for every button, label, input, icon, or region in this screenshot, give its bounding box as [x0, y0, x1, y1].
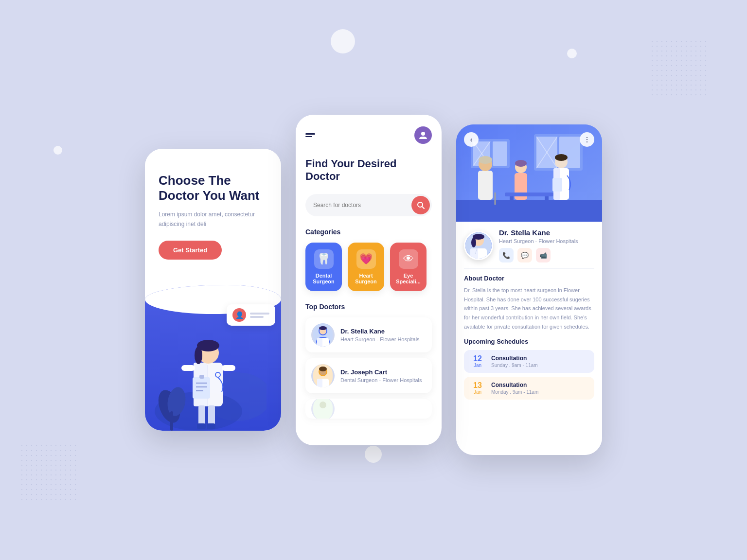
doctor-card-third[interactable]	[305, 399, 432, 419]
doctor-header-image: ‹ ⋮	[456, 124, 602, 222]
dental-label: DentalSurgeon	[311, 273, 336, 284]
categories-row: 🦷 DentalSurgeon 💗 HeartSurgeon 👁 EyeSpec…	[305, 243, 432, 291]
doctor-profile-row: Dr. Stella Kane Heart Surgeon - Flower H…	[464, 222, 594, 269]
svg-point-36	[319, 367, 327, 371]
schedule-time-1: Sunday . 9am - 11am	[491, 363, 538, 368]
svg-rect-67	[545, 196, 549, 206]
schedule-month-1: Jan	[470, 363, 485, 368]
schedule-item-2[interactable]: 13 Jan Consultation Monday . 9am - 11am	[464, 377, 594, 400]
top-doctors-label: Top Doctors	[305, 303, 432, 311]
circle-deco-4	[53, 146, 62, 155]
svg-point-55	[479, 156, 492, 164]
svg-point-40	[320, 402, 326, 408]
doctor-avatar-third	[311, 399, 335, 419]
svg-rect-65	[505, 192, 553, 196]
schedule-type-1: Consultation	[491, 355, 538, 362]
notification-lines	[250, 313, 269, 318]
svg-rect-45	[493, 141, 507, 166]
video-call-button[interactable]: 📹	[536, 248, 551, 262]
schedule-day-2: 13	[470, 382, 485, 389]
svg-rect-12	[222, 365, 235, 371]
category-dental[interactable]: 🦷 DentalSurgeon	[305, 243, 342, 291]
doctor-name-joseph: Dr. Joseph Cart	[340, 368, 422, 376]
svg-point-63	[555, 154, 568, 161]
phone-onboarding: Choose The Doctor You Want Lorem ipsum d…	[145, 149, 281, 431]
svg-rect-38	[317, 379, 322, 387]
doctor-avatar-joseph	[311, 364, 335, 387]
doctor-full-name: Dr. Stella Kane	[499, 228, 578, 237]
dots-decoration-tr	[650, 39, 708, 97]
hamburger-menu[interactable]	[305, 133, 315, 137]
onboarding-illustration: 👤	[145, 285, 281, 431]
dots-decoration-bl	[19, 443, 78, 502]
schedules-label: Upcoming Schedules	[464, 338, 594, 345]
svg-rect-73	[470, 248, 478, 260]
svg-rect-32	[317, 338, 322, 347]
doctor-name-section: Dr. Stella Kane Heart Surgeon - Flower H…	[499, 228, 578, 262]
phone-search: Find Your Desired Doctor Categories 🦷 De…	[296, 115, 442, 445]
schedule-item-1[interactable]: 12 Jan Consultation Sunday . 9am - 11am	[464, 350, 594, 373]
schedule-info-1: Consultation Sunday . 9am - 11am	[491, 355, 538, 368]
doctor-card-stella[interactable]: Dr. Stella Kane Heart Surgeon - Flower H…	[305, 317, 432, 352]
circle-deco-1	[331, 29, 355, 53]
notification-icon: 👤	[232, 308, 246, 322]
floating-notification: 👤	[227, 304, 275, 326]
onboarding-title: Choose The Doctor You Want	[159, 173, 267, 203]
onboarding-subtitle: Lorem ipsum dolor amet, consectetur adip…	[159, 210, 267, 228]
svg-rect-13	[193, 377, 210, 399]
svg-rect-22	[207, 423, 215, 429]
doctor-avatar-stella	[311, 323, 335, 347]
schedule-info-2: Consultation Monday . 9am - 11am	[491, 382, 538, 395]
circle-deco-2	[567, 49, 577, 58]
svg-rect-64	[552, 178, 562, 192]
schedule-date-2: 13 Jan	[470, 382, 485, 395]
doctor-card-joseph[interactable]: Dr. Joseph Cart Dental Surgeon - Flower …	[305, 358, 432, 393]
svg-point-71	[471, 238, 476, 247]
phones-container: Choose The Doctor You Want Lorem ipsum d…	[145, 105, 602, 455]
about-doctor-label: About Doctor	[464, 275, 594, 282]
doctor-large-avatar	[464, 231, 493, 260]
svg-rect-66	[510, 196, 514, 206]
schedule-month-2: Jan	[470, 389, 485, 395]
svg-rect-21	[197, 423, 206, 429]
doctor-specialty-stella: Heart Surgeon - Flower Hospitals	[340, 336, 420, 342]
doctor-full-specialty: Heart Surgeon - Flower Hospitals	[499, 238, 578, 244]
svg-rect-11	[181, 365, 195, 371]
svg-rect-4	[170, 411, 173, 431]
svg-point-30	[319, 326, 327, 330]
svg-line-25	[422, 207, 424, 209]
search-page-title: Find Your Desired Doctor	[305, 158, 432, 183]
search-button[interactable]	[411, 196, 430, 214]
svg-rect-42	[456, 200, 602, 222]
about-doctor-text: Dr. Stella is the top most heart surgeon…	[464, 286, 594, 331]
doctor-detail-body: Dr. Stella Kane Heart Surgeon - Flower H…	[456, 222, 602, 455]
search-header	[305, 126, 432, 144]
svg-point-23	[421, 132, 425, 136]
schedule-day-1: 12	[470, 355, 485, 363]
svg-point-59	[515, 160, 527, 167]
phone-doctor-detail: ‹ ⋮	[456, 124, 602, 455]
doctor-specialty-joseph: Dental Surgeon - Flower Hospitals	[340, 377, 422, 383]
dental-icon: 🦷	[314, 249, 334, 269]
schedule-date-1: 12 Jan	[470, 355, 485, 368]
get-started-button[interactable]: Get Started	[159, 241, 222, 260]
schedule-type-2: Consultation	[491, 382, 538, 388]
heart-icon: 💗	[356, 249, 376, 269]
message-button[interactable]: 💬	[517, 248, 532, 262]
back-button[interactable]: ‹	[464, 132, 479, 147]
svg-point-10	[195, 347, 202, 364]
search-input[interactable]	[313, 202, 411, 209]
eye-icon: 👁	[399, 249, 418, 269]
heart-label: HeartSurgeon	[354, 273, 378, 284]
category-heart[interactable]: 💗 HeartSurgeon	[348, 243, 384, 291]
svg-rect-53	[478, 171, 493, 200]
doctor-name-stella: Dr. Stella Kane	[340, 328, 420, 335]
category-eye[interactable]: 👁 EyeSpeciali...	[390, 243, 427, 291]
more-options-button[interactable]: ⋮	[580, 132, 594, 147]
call-button[interactable]: 📞	[499, 248, 514, 262]
svg-rect-14	[199, 375, 204, 379]
user-avatar[interactable]	[414, 126, 432, 144]
search-icon	[417, 201, 425, 209]
eye-label: EyeSpeciali...	[396, 273, 421, 284]
search-bar	[305, 194, 432, 216]
